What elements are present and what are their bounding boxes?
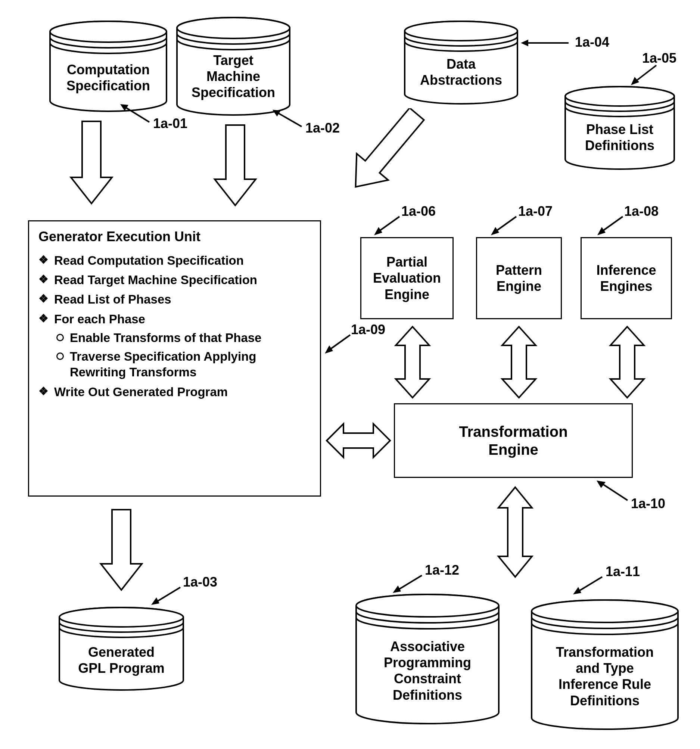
box-label: Partial xyxy=(387,254,428,270)
svg-line-30 xyxy=(329,335,350,350)
box-label: Engine xyxy=(497,278,541,294)
geu-item: For each Phase Enable Transforms of that… xyxy=(38,312,310,381)
ref-arrow-icon xyxy=(597,215,624,237)
box-transformation-engine: Transformation Engine xyxy=(394,403,633,478)
svg-marker-35 xyxy=(573,587,581,595)
ref-arrow-icon xyxy=(393,573,423,596)
svg-marker-31 xyxy=(325,345,333,354)
cyl-label: Specification xyxy=(66,78,150,93)
arrow-down-icon xyxy=(99,508,144,593)
box-label: Engine xyxy=(385,287,429,302)
arrow-down-icon xyxy=(69,119,114,207)
cyl-label: Definitions xyxy=(585,138,654,153)
svg-point-13 xyxy=(532,600,678,622)
arrow-bidir-vertical-icon xyxy=(498,325,540,401)
svg-marker-37 xyxy=(393,585,401,593)
box-label: Engine xyxy=(488,441,538,458)
box-partial-evaluation-engine: Partial Evaluation Engine xyxy=(360,237,454,319)
arrow-bidir-vertical-icon xyxy=(607,325,648,401)
arrow-bidir-vertical-icon xyxy=(495,485,536,580)
cyl-label: Definitions xyxy=(393,687,462,703)
ref-label: 1a-03 xyxy=(183,574,217,590)
ref-label: 1a-11 xyxy=(605,564,640,579)
geu-item: Read Target Machine Specification xyxy=(38,272,310,288)
geu-subitem: Traverse Specification Applying Rewritin… xyxy=(54,349,310,380)
box-label: Inference xyxy=(596,263,656,278)
svg-marker-21 xyxy=(521,40,528,46)
cylinder-data-abstractions: Data Abstractions xyxy=(403,21,519,104)
geu-subitem: Enable Transforms of that Phase xyxy=(54,330,310,346)
ref-arrow-icon xyxy=(272,109,303,129)
cyl-label: Machine xyxy=(206,69,260,84)
ref-arrow-icon xyxy=(151,585,181,607)
cyl-label: Inference Rule xyxy=(558,677,651,692)
box-label: Pattern xyxy=(496,263,542,278)
svg-line-26 xyxy=(495,217,516,231)
cyl-label: Definitions xyxy=(570,693,639,708)
svg-point-11 xyxy=(356,595,499,617)
ref-label: 1a-09 xyxy=(351,322,385,338)
ref-arrow-icon xyxy=(325,333,351,355)
cylinder-generated-gpl-program: Generated GPL Program xyxy=(58,607,185,691)
cyl-label: Specification xyxy=(191,85,275,100)
ref-label: 1a-01 xyxy=(153,116,187,131)
ref-arrow-icon xyxy=(597,480,628,504)
box-label: Transformation xyxy=(459,423,567,440)
box-generator-execution-unit: Generator Execution Unit Read Computatio… xyxy=(28,220,321,497)
svg-point-3 xyxy=(177,18,290,38)
svg-marker-29 xyxy=(597,227,605,235)
geu-item: Read Computation Specification xyxy=(38,253,310,269)
box-inference-engines: Inference Engines xyxy=(581,237,672,319)
cyl-label: Data xyxy=(446,57,475,72)
ref-label: 1a-05 xyxy=(642,50,677,66)
arrow-bidir-horizontal-icon xyxy=(325,420,392,463)
cyl-label: Transformation xyxy=(556,645,654,660)
svg-marker-19 xyxy=(151,598,159,605)
box-label: Evaluation xyxy=(373,271,441,286)
cylinder-phase-list-definitions: Phase List Definitions xyxy=(564,86,676,170)
ref-arrow-icon xyxy=(631,63,657,87)
ref-label: 1a-02 xyxy=(306,120,340,136)
cylinder-associative-programming-constraint-definitions: Associative Programming Constraint Defin… xyxy=(355,594,500,725)
svg-marker-25 xyxy=(374,227,382,235)
cyl-label: GPL Program xyxy=(78,660,164,676)
cyl-label: Computation xyxy=(67,62,150,77)
cylinder-target-machine-specification: Target Machine Specification xyxy=(176,17,291,116)
ref-arrow-icon xyxy=(491,215,517,237)
cyl-label: and Type xyxy=(576,660,634,676)
cyl-label: Abstractions xyxy=(420,72,502,88)
svg-line-28 xyxy=(602,217,623,231)
svg-marker-15 xyxy=(120,104,128,111)
cyl-label: Phase List xyxy=(586,122,653,137)
svg-point-7 xyxy=(565,87,674,106)
arrow-bidir-vertical-icon xyxy=(392,325,433,401)
svg-line-24 xyxy=(379,217,399,231)
svg-line-36 xyxy=(397,575,422,590)
svg-point-9 xyxy=(60,607,183,627)
ref-arrow-icon xyxy=(120,103,150,125)
cylinder-computation-specification: Computation Specification xyxy=(49,21,168,112)
ref-arrow-icon xyxy=(573,575,603,597)
svg-line-14 xyxy=(124,106,149,122)
ref-label: 1a-10 xyxy=(631,496,665,512)
svg-line-18 xyxy=(156,587,180,602)
arrow-down-icon xyxy=(213,123,258,209)
geu-item: Write Out Generated Program xyxy=(38,384,310,400)
box-label: Engines xyxy=(600,278,652,294)
box-pattern-engine: Pattern Engine xyxy=(476,237,562,319)
arrow-diagonal-icon xyxy=(329,108,433,207)
cyl-label: Associative xyxy=(390,639,465,654)
svg-line-32 xyxy=(602,483,628,500)
cylinder-transformation-type-inference-rule-definitions: Transformation and Type Inference Rule D… xyxy=(530,599,679,730)
svg-point-1 xyxy=(50,21,167,42)
svg-marker-27 xyxy=(491,227,499,235)
ref-label: 1a-07 xyxy=(518,203,553,219)
ref-arrow-icon xyxy=(521,37,569,50)
svg-marker-23 xyxy=(631,77,639,85)
ref-arrow-icon xyxy=(374,215,400,237)
svg-line-34 xyxy=(578,577,602,592)
svg-line-16 xyxy=(276,112,302,127)
cyl-label: Programming xyxy=(384,655,471,670)
ref-label: 1a-04 xyxy=(575,34,609,50)
geu-title: Generator Execution Unit xyxy=(38,229,310,245)
